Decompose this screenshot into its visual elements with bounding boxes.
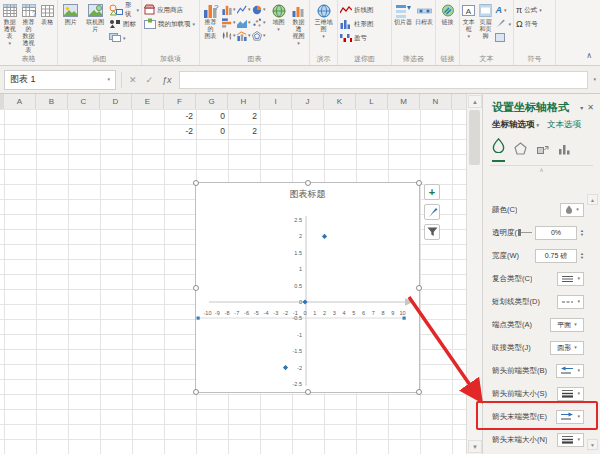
ribbon-button-header-footer[interactable]: 页眉和页脚 bbox=[479, 3, 493, 40]
ribbon-button-screenshot[interactable]: ▾ bbox=[109, 32, 139, 44]
color-picker-button[interactable]: ▾ bbox=[560, 203, 584, 217]
ribbon-button-pictures[interactable]: 图片 bbox=[60, 3, 82, 26]
end-arrow-type-dropdown[interactable]: ▾ bbox=[556, 410, 584, 424]
column-header-E[interactable]: E bbox=[132, 94, 164, 109]
chart-object[interactable]: 图表标题 -10-9-8-7-6-5-4-3-2-10123456789102.… bbox=[195, 182, 420, 393]
column-header-D[interactable]: D bbox=[100, 94, 132, 109]
chart-filters-button[interactable] bbox=[424, 224, 440, 240]
column-header-I[interactable]: I bbox=[260, 94, 292, 109]
tab-axis-options[interactable]: 坐标轴选项▾ bbox=[492, 119, 539, 131]
dash-type-dropdown[interactable]: ▾ bbox=[557, 295, 584, 309]
ribbon-button-symbol[interactable]: Ω符号 bbox=[516, 18, 542, 30]
column-header-N[interactable]: N bbox=[420, 94, 452, 109]
panel-icon-tab-axis-options-chart[interactable] bbox=[558, 141, 571, 162]
ribbon-button-timeline[interactable]: 日程表 bbox=[415, 3, 433, 26]
ribbon-button-stock-chart[interactable]: ▾ bbox=[222, 29, 237, 42]
width-input[interactable]: 0.75 磅 bbox=[535, 249, 577, 263]
ribbon-button-signature-line[interactable]: ▾ bbox=[495, 18, 511, 30]
scroll-down-icon[interactable]: ▼ bbox=[468, 440, 482, 453]
transparency-slider[interactable] bbox=[518, 229, 532, 236]
column-header-G[interactable]: G bbox=[196, 94, 228, 109]
ribbon-button-equation[interactable]: π公式▾ bbox=[516, 4, 542, 16]
ribbon-button-table[interactable]: 表格 bbox=[39, 3, 55, 26]
column-header-H[interactable]: H bbox=[228, 94, 260, 109]
column-header-F[interactable]: F bbox=[164, 94, 196, 109]
selection-handle[interactable] bbox=[193, 389, 199, 395]
begin-arrow-size-dropdown[interactable]: ▾ bbox=[557, 387, 584, 401]
panel-icon-tab-fill-line[interactable] bbox=[492, 138, 505, 162]
selection-handle[interactable] bbox=[305, 389, 311, 395]
selection-handle[interactable] bbox=[193, 180, 199, 186]
column-header-J[interactable]: J bbox=[292, 94, 324, 109]
pane-scrollbar[interactable]: ▲ ▼ bbox=[587, 194, 598, 450]
transparency-spinner[interactable]: ▲▼ bbox=[580, 229, 584, 237]
ribbon-button-link[interactable]: 链接 bbox=[438, 3, 457, 26]
scroll-up-icon[interactable]: ▲ bbox=[468, 95, 482, 108]
scroll-up-icon[interactable]: ▲ bbox=[587, 194, 598, 205]
ribbon-button-shapes[interactable]: 形状▾ bbox=[109, 4, 139, 16]
selection-handle[interactable] bbox=[416, 180, 422, 186]
cell-F2[interactable]: -2 bbox=[164, 124, 196, 139]
ribbon-button-text-box[interactable]: A文本框▾ bbox=[462, 3, 476, 39]
panel-icon-tab-size-properties[interactable] bbox=[536, 141, 549, 162]
scroll-down-icon[interactable]: ▼ bbox=[587, 439, 598, 450]
begin-arrow-type-dropdown[interactable]: ▾ bbox=[556, 364, 584, 378]
ribbon-button-column-sparkline[interactable]: 柱形图 bbox=[340, 18, 374, 30]
selection-handle[interactable] bbox=[416, 389, 422, 395]
ribbon-button-icons[interactable]: 图标 bbox=[109, 18, 139, 30]
section-collapse-icon[interactable]: ∧ bbox=[483, 166, 600, 174]
insert-function-button[interactable]: ƒx bbox=[160, 75, 174, 85]
sheet-vertical-scrollbar[interactable]: ▲ ▼ bbox=[466, 94, 482, 454]
ribbon-button-win-loss-sparkline[interactable]: 盈亏 bbox=[340, 32, 374, 44]
ribbon-button-wordart[interactable]: A▾ bbox=[495, 4, 511, 16]
tab-text-options[interactable]: 文本选项 bbox=[547, 119, 581, 131]
column-header-B[interactable]: B bbox=[36, 94, 68, 109]
cell-H2[interactable]: 2 bbox=[228, 124, 260, 139]
selection-handle[interactable] bbox=[416, 285, 422, 291]
ribbon-button-radar-chart[interactable]: ▾ bbox=[252, 29, 267, 42]
ribbon-button-recommended-charts[interactable]: ?推荐的 图表 bbox=[202, 3, 219, 40]
chart-styles-button[interactable] bbox=[424, 204, 440, 220]
ribbon-button-recommended-pivot-tables[interactable]: ?推荐的 数据透视表 bbox=[21, 3, 37, 54]
selection-handle[interactable] bbox=[305, 180, 311, 186]
chart-elements-button[interactable]: + bbox=[424, 184, 440, 200]
confirm-button[interactable]: ✓ bbox=[144, 75, 156, 85]
ribbon-button-object[interactable] bbox=[495, 32, 511, 44]
column-header-K[interactable]: K bbox=[324, 94, 356, 109]
name-box[interactable]: 图表 1 ▾ bbox=[4, 70, 116, 90]
end-arrow-size-dropdown[interactable]: ▾ bbox=[557, 433, 584, 447]
width-spinner[interactable]: ▲▼ bbox=[580, 252, 584, 260]
pane-close-icon[interactable]: ✕ bbox=[587, 103, 594, 112]
column-header-C[interactable]: C bbox=[68, 94, 100, 109]
cap-type-dropdown[interactable]: 平面▾ bbox=[550, 318, 584, 332]
cell-F1[interactable]: -2 bbox=[164, 109, 196, 124]
scrollbar-thumb[interactable] bbox=[469, 110, 480, 165]
ribbon-button-3d-map[interactable]: 三维地 图▾ bbox=[312, 3, 335, 39]
ribbon-button-pivot-table[interactable]: 数据 透视表▾ bbox=[2, 3, 18, 46]
join-type-dropdown[interactable]: 圆形▾ bbox=[550, 341, 584, 355]
column-header-A[interactable]: A bbox=[4, 94, 36, 109]
compound-type-dropdown[interactable]: ▾ bbox=[557, 272, 584, 286]
column-header-L[interactable]: L bbox=[356, 94, 388, 109]
cell-G2[interactable]: 0 bbox=[196, 124, 228, 139]
selection-handle[interactable] bbox=[193, 285, 199, 291]
ribbon-button-line-sparkline[interactable]: 折线图 bbox=[340, 4, 374, 16]
formula-bar-expand-icon[interactable]: ▾ bbox=[593, 77, 596, 82]
chevron-down-icon[interactable]: ▾ bbox=[107, 77, 110, 82]
formula-input[interactable] bbox=[179, 71, 589, 89]
panel-icon-tab-effects[interactable] bbox=[514, 141, 527, 162]
ribbon-button-online-pictures[interactable]: 联机图片 bbox=[85, 3, 107, 33]
transparency-input[interactable]: 0% bbox=[535, 226, 577, 240]
ribbon-collapse-button[interactable]: ∧ bbox=[586, 51, 592, 60]
cell-G1[interactable]: 0 bbox=[196, 109, 228, 124]
ribbon-button-store[interactable]: 应用商店 bbox=[144, 4, 195, 16]
column-header-M[interactable]: M bbox=[388, 94, 420, 109]
ribbon-button-slicer[interactable]: 切片器 bbox=[394, 3, 412, 26]
ribbon-button-my-add-ins[interactable]: 我的加载项▾ bbox=[144, 18, 195, 30]
ribbon-button-pivot-chart[interactable]: 数据透 视图▾ bbox=[290, 3, 307, 46]
pane-menu-chevron-icon[interactable]: ▾ bbox=[580, 104, 583, 111]
cancel-button[interactable]: ✕ bbox=[127, 75, 139, 85]
cell-H1[interactable]: 2 bbox=[228, 109, 260, 124]
chart-plot[interactable]: -10-9-8-7-6-5-4-3-2-10123456789102.521.5… bbox=[196, 183, 419, 392]
ribbon-button-combo-chart[interactable]: ▾ bbox=[237, 29, 252, 42]
